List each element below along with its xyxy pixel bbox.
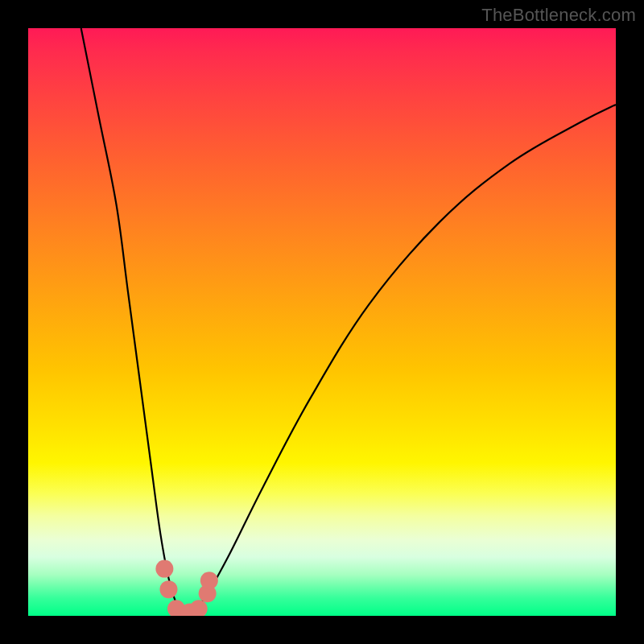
plot-area: [28, 28, 616, 616]
gradient-background: [28, 28, 616, 616]
watermark-text: TheBottleneck.com: [481, 5, 636, 26]
